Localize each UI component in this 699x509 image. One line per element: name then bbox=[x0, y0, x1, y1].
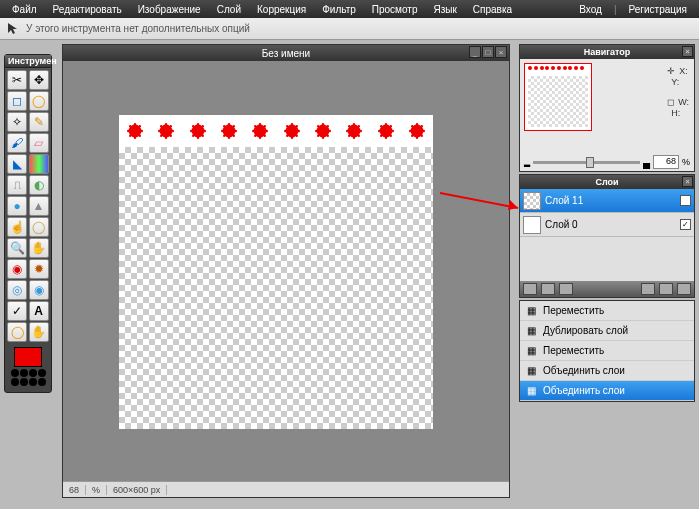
svg-point-75 bbox=[378, 130, 380, 132]
bucket-tool[interactable]: ◣ bbox=[7, 154, 27, 174]
dodge-tool[interactable]: 🔍 bbox=[7, 238, 27, 258]
mask-button[interactable] bbox=[541, 283, 555, 295]
new-layer-button[interactable] bbox=[523, 283, 537, 295]
register-link[interactable]: Регистрация bbox=[621, 4, 695, 15]
history-row[interactable]: ▦Дублировать слой bbox=[520, 321, 694, 341]
color-swatches[interactable] bbox=[8, 347, 48, 389]
foreground-color[interactable] bbox=[14, 347, 42, 367]
svg-point-5 bbox=[129, 125, 131, 127]
menu-image[interactable]: Изображение bbox=[130, 4, 209, 15]
document-window: Без имени _ □ × 68 bbox=[62, 44, 510, 498]
history-row[interactable]: ▦Переместить bbox=[520, 301, 694, 321]
smudge-tool[interactable]: ☝ bbox=[7, 217, 27, 237]
maximize-button[interactable]: □ bbox=[482, 46, 494, 58]
shape-2 bbox=[158, 123, 174, 139]
sharpen-tool[interactable]: ▲ bbox=[29, 196, 49, 216]
history-row[interactable]: ▦Объединить слои bbox=[520, 361, 694, 381]
brush-tool[interactable]: 🖌 bbox=[7, 133, 27, 153]
svg-point-3 bbox=[127, 130, 129, 132]
visibility-checkbox[interactable]: ✓ bbox=[680, 219, 691, 230]
svg-point-60 bbox=[327, 125, 329, 127]
sponge-tool[interactable]: ◯ bbox=[29, 217, 49, 237]
transparent-bg bbox=[119, 147, 433, 429]
svg-point-76 bbox=[391, 130, 393, 132]
svg-point-35 bbox=[233, 135, 235, 137]
svg-point-85 bbox=[423, 130, 425, 132]
eyedropper-tool[interactable]: ✓ bbox=[7, 301, 27, 321]
layer-settings-button[interactable] bbox=[677, 283, 691, 295]
layer-row[interactable]: Слой 11✓ bbox=[520, 189, 694, 213]
svg-point-1 bbox=[134, 123, 136, 125]
layer-row[interactable]: Слой 0✓ bbox=[520, 213, 694, 237]
delete-layer-button[interactable] bbox=[559, 283, 573, 295]
close-icon[interactable]: × bbox=[682, 46, 693, 57]
svg-point-41 bbox=[254, 125, 256, 127]
shape-6 bbox=[284, 123, 300, 139]
navigator-thumb[interactable] bbox=[524, 63, 592, 131]
shape-tool[interactable]: ◯ bbox=[7, 322, 27, 342]
eraser-tool[interactable]: ▱ bbox=[29, 133, 49, 153]
svg-point-42 bbox=[264, 125, 266, 127]
background-pattern[interactable] bbox=[8, 369, 48, 389]
menu-view[interactable]: Просмотр bbox=[364, 4, 426, 15]
history-icon: ▦ bbox=[524, 304, 538, 318]
layer-down-button[interactable] bbox=[659, 283, 673, 295]
pinch-tool[interactable]: ◉ bbox=[29, 280, 49, 300]
menu-edit[interactable]: Редактировать bbox=[45, 4, 130, 15]
zoom-out-icon[interactable]: ▂ bbox=[524, 158, 530, 167]
lasso-tool[interactable]: ◯ bbox=[29, 91, 49, 111]
gradient-tool[interactable] bbox=[29, 154, 49, 174]
zoom-slider[interactable] bbox=[533, 161, 640, 164]
zoom-in-icon[interactable]: ▄ bbox=[643, 157, 650, 168]
type-tool[interactable]: A bbox=[29, 301, 49, 321]
svg-point-33 bbox=[233, 125, 235, 127]
menu-layer[interactable]: Слой bbox=[209, 4, 249, 15]
replace-color-tool[interactable]: ◐ bbox=[29, 175, 49, 195]
svg-point-8 bbox=[139, 135, 141, 137]
blur-tool[interactable]: ● bbox=[7, 196, 27, 216]
close-button[interactable]: × bbox=[495, 46, 507, 58]
history-row[interactable]: ▦Переместить bbox=[520, 341, 694, 361]
svg-point-39 bbox=[252, 130, 254, 132]
svg-point-40 bbox=[266, 130, 268, 132]
history-row[interactable]: ▦Объединить слои bbox=[520, 381, 694, 401]
main-menu-bar: Файл Редактировать Изображение Слой Корр… bbox=[0, 0, 699, 18]
move-tool[interactable]: ✥ bbox=[29, 70, 49, 90]
svg-point-77 bbox=[380, 125, 382, 127]
minimize-button[interactable]: _ bbox=[469, 46, 481, 58]
burn-tool[interactable]: ✋ bbox=[29, 238, 49, 258]
svg-point-64 bbox=[353, 123, 355, 125]
svg-point-47 bbox=[290, 137, 292, 139]
hand-tool[interactable]: ✋ bbox=[29, 322, 49, 342]
svg-point-58 bbox=[329, 130, 331, 132]
redeye-tool[interactable]: ◉ bbox=[7, 259, 27, 279]
spot-heal-tool[interactable]: ✹ bbox=[29, 259, 49, 279]
marquee-tool[interactable]: ◻ bbox=[7, 91, 27, 111]
close-icon[interactable]: × bbox=[682, 176, 693, 187]
svg-point-7 bbox=[129, 135, 131, 137]
crop-tool[interactable]: ✂ bbox=[7, 70, 27, 90]
menu-adjustment[interactable]: Коррекция bbox=[249, 4, 314, 15]
svg-point-11 bbox=[165, 137, 167, 139]
canvas[interactable] bbox=[119, 115, 433, 429]
document-titlebar[interactable]: Без имени _ □ × bbox=[63, 45, 509, 61]
visibility-checkbox[interactable]: ✓ bbox=[680, 195, 691, 206]
bloat-tool[interactable]: ◎ bbox=[7, 280, 27, 300]
move-tool-icon bbox=[3, 20, 23, 38]
wand-tool[interactable]: ✧ bbox=[7, 112, 27, 132]
clone-tool[interactable]: ⎍ bbox=[7, 175, 27, 195]
pencil-tool[interactable]: ✎ bbox=[29, 112, 49, 132]
menu-filter[interactable]: Фильтр bbox=[314, 4, 364, 15]
layer-up-button[interactable] bbox=[641, 283, 655, 295]
svg-point-17 bbox=[170, 135, 172, 137]
shape-9 bbox=[378, 123, 394, 139]
login-link[interactable]: Вход bbox=[571, 4, 610, 15]
svg-point-44 bbox=[264, 135, 266, 137]
svg-point-73 bbox=[384, 123, 386, 125]
shapes-row bbox=[127, 123, 425, 139]
zoom-input[interactable]: 68 bbox=[653, 155, 679, 169]
menu-help[interactable]: Справка bbox=[465, 4, 520, 15]
menu-file[interactable]: Файл bbox=[4, 4, 45, 15]
menu-language[interactable]: Язык bbox=[425, 4, 464, 15]
options-text: У этого инструмента нет дополнительных о… bbox=[26, 23, 250, 34]
